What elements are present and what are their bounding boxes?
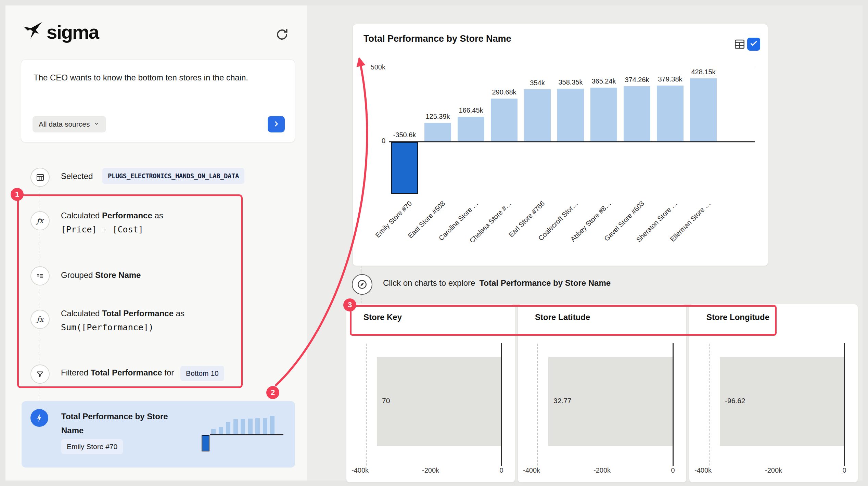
explore-card[interactable]: Store Key 70 -400k -200k 0 [346,304,515,483]
function-icon: ƒx [30,211,50,230]
chart-title: Total Performance by Store Name [363,34,511,44]
thumb-bar [202,435,209,451]
chevron-down-icon [93,120,100,129]
chart-bar[interactable] [657,86,684,141]
reference-dashed-line [537,344,538,465]
chart-bar[interactable] [590,88,617,141]
annotation-badge-2: 2 [266,386,279,399]
zero-axis-line [673,343,674,466]
x-tick: -400k [346,466,374,474]
function-icon: ƒx [30,310,50,329]
explore-card-title: Store Latitude [535,312,590,322]
thumb-bar [233,419,238,434]
step-calculated-total-performance: Calculated Total Performance as Sum([Per… [61,309,184,332]
chart-bar[interactable] [690,78,717,141]
x-tick: -200k [417,466,444,474]
thumb-bar [248,419,253,434]
x-tick: 0 [659,466,687,474]
bar-value-label: 428.15k [679,68,727,76]
filter-icon [30,364,50,384]
prompt-card: The CEO wants to know the bottom ten sto… [21,60,295,142]
submit-prompt-button[interactable] [268,116,285,132]
prompt-input[interactable]: The CEO wants to know the bottom ten sto… [34,73,283,82]
x-axis-line [389,141,755,142]
step-calculated-performance: Calculated Performance as [Price] - [Cos… [61,211,163,234]
chevron-right-icon [272,120,280,129]
explore-target: Total Performance by Store Name [479,278,611,288]
chart-bar[interactable] [524,89,551,141]
chart-bar[interactable] [491,99,518,141]
chart-bar[interactable] [391,142,418,194]
explore-card-title: Store Longitude [706,312,769,322]
refresh-button[interactable] [274,27,290,43]
datasource-dropdown[interactable]: All data sources [33,116,106,132]
thumb-bar [211,429,216,434]
chart-bar[interactable] [557,89,584,141]
explore-text: Click on charts to explore [383,278,475,288]
bar-value-label: 379.38k [646,75,694,83]
group-icon [30,266,50,285]
thumb-bar [255,418,260,434]
thumb-axis-line [210,434,283,435]
compass-icon [352,274,372,295]
reference-dashed-line [709,344,710,465]
step-description: Calculated Total Performance as [61,309,184,318]
x-tick: -200k [588,466,616,474]
step-description: Calculated Performance as [61,211,163,220]
mini-bar-value: 32.77 [553,397,572,405]
refresh-icon [275,27,289,43]
table-icon [30,168,50,187]
thumb-bar [219,427,223,434]
x-tick: -200k [760,466,787,474]
bar-value-label: 166.45k [447,106,495,114]
thumb-bar [270,416,275,434]
explore-card-title: Store Key [363,312,402,322]
table-view-icon-button[interactable] [733,38,746,50]
store-chip: Emily Store #70 [61,439,123,454]
step-formula: Sum([Performance]) [61,322,184,332]
result-thumb [201,413,287,455]
y-tick-500k: 500k [353,63,385,71]
check-icon [749,39,758,49]
result-title: Total Performance by Store Name [61,409,168,437]
connector-dash [361,294,361,303]
connector-dash [361,266,361,273]
x-tick: -400k [518,466,545,474]
explore-card[interactable]: Store Latitude 32.77 -400k -200k 0 [518,304,687,483]
chart-bar[interactable] [458,117,484,141]
x-tick: -400k [689,466,717,474]
explore-hint: Click on charts to explore Total Perform… [383,278,611,288]
step-filtered: Filtered Total Performance for Bottom 10 [61,366,224,381]
chart-visible-checkbox[interactable] [747,38,760,51]
thumb-bar [226,422,230,434]
logo: sigma [22,21,99,43]
thumb-bar [241,419,245,434]
suggestion-card[interactable]: Total Performance by Store Name Emily St… [22,401,295,468]
x-tick: 0 [831,466,858,474]
dataset-chip[interactable]: PLUGS_ELECTRONICS_HANDS_ON_LAB_DATA [102,168,244,184]
lightning-icon [30,409,48,427]
step-description: Grouped Store Name [61,270,141,280]
selected-label: Selected [61,171,93,181]
filter-value-chip[interactable]: Bottom 10 [180,366,224,381]
x-tick: 0 [488,466,515,474]
mini-bar-value: 70 [382,397,390,405]
thumb-bar [263,418,267,434]
main-chart-plot: -350.6kEmily Store #70125.39kEast Store … [389,65,758,264]
main-chart-card: Total Performance by Store Name 500k 0 -… [353,24,768,266]
step-grouped: Grouped Store Name [61,270,141,280]
mini-bar [377,357,501,446]
mini-bar-value: -96.62 [725,397,745,405]
reference-dashed-line [366,344,367,465]
chart-bar[interactable] [624,86,650,141]
datasource-label: All data sources [39,120,90,128]
bar-value-label: -350.6k [381,131,429,139]
sigma-bird-icon [22,21,43,43]
bar-value-label: 290.68k [480,88,528,96]
logo-text: sigma [47,21,99,43]
zero-axis-line [844,343,845,466]
zero-axis-line [501,343,502,466]
explore-card[interactable]: Store Longitude -96.62 -400k -200k 0 [689,304,858,483]
sidebar-panel: sigma The CEO wants to know the bottom t… [5,5,307,481]
annotation-badge-3: 3 [343,298,356,311]
